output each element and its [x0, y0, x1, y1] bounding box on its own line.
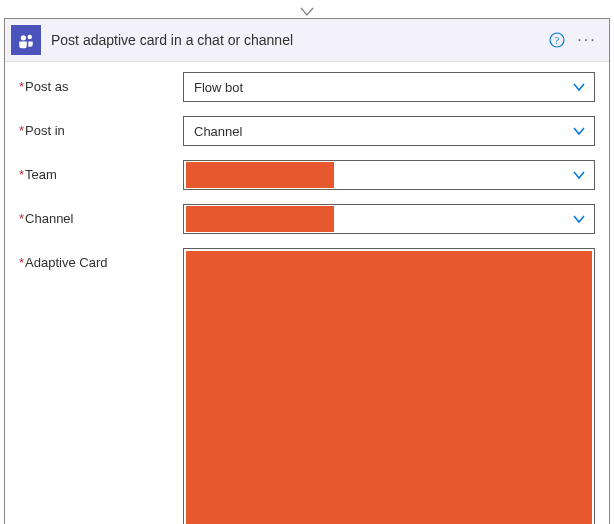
post-in-select[interactable]: Channel [183, 116, 595, 146]
flow-arrow-down-icon [4, 4, 610, 16]
more-menu-icon[interactable]: ··· [575, 28, 599, 52]
chevron-down-icon [572, 212, 586, 226]
action-card: Post adaptive card in a chat or channel … [4, 18, 610, 524]
field-row-post-in: *Post in Channel [19, 116, 595, 146]
adaptive-card-textarea[interactable] [183, 248, 595, 524]
svg-text:?: ? [555, 35, 560, 46]
redacted-value [186, 251, 592, 524]
select-value: Channel [194, 124, 242, 139]
field-row-channel: *Channel [19, 204, 595, 234]
field-row-team: *Team [19, 160, 595, 190]
redacted-value [186, 206, 334, 232]
field-row-post-as: *Post as Flow bot [19, 72, 595, 102]
teams-icon [11, 25, 41, 55]
chevron-down-icon [572, 80, 586, 94]
field-row-adaptive-card: *Adaptive Card [19, 248, 595, 524]
field-label: *Post as [19, 72, 183, 94]
chevron-down-icon [572, 124, 586, 138]
chevron-down-icon [572, 168, 586, 182]
help-icon[interactable]: ? [547, 30, 567, 50]
field-label: *Team [19, 160, 183, 182]
field-label: *Post in [19, 116, 183, 138]
field-label: *Channel [19, 204, 183, 226]
field-label: *Adaptive Card [19, 248, 183, 270]
post-as-select[interactable]: Flow bot [183, 72, 595, 102]
card-header[interactable]: Post adaptive card in a chat or channel … [5, 19, 609, 62]
redacted-value [186, 162, 334, 188]
channel-select[interactable] [183, 204, 595, 234]
card-title: Post adaptive card in a chat or channel [51, 32, 547, 48]
select-value: Flow bot [194, 80, 243, 95]
card-body: *Post as Flow bot *Post in Channel *Team [5, 62, 609, 524]
team-select[interactable] [183, 160, 595, 190]
